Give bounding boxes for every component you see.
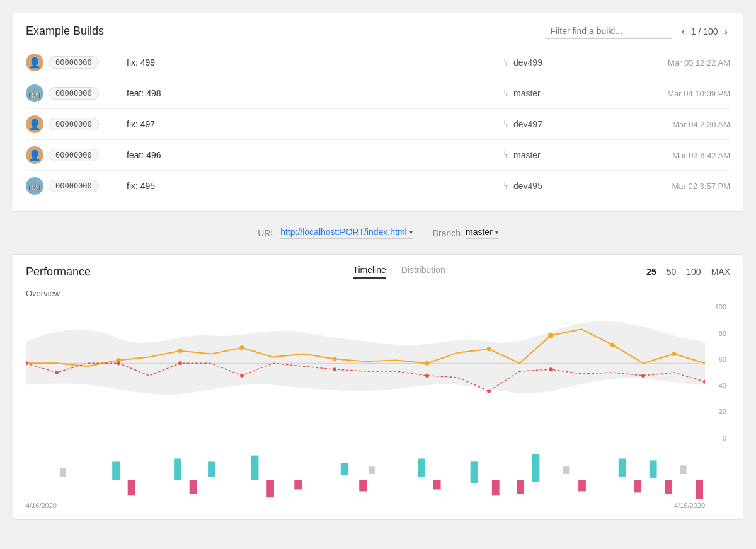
builds-filter-area: ‹ 1 / 100 › [546, 23, 730, 39]
pagination-label: 1 / 100 [691, 26, 718, 37]
branch-dropdown[interactable]: master ▾ [466, 227, 498, 239]
table-row[interactable]: 👤 00000000 fix: 497 ⑂ dev497 Mar 04 2:30… [26, 108, 730, 139]
build-branch-cell: ⑂ dev495 [503, 180, 617, 192]
branch-name: master [513, 88, 541, 98]
date-start: 4/16/2020 [26, 502, 57, 509]
branch-name: dev497 [513, 119, 542, 129]
build-branch-cell: ⑂ dev499 [503, 57, 617, 68]
bar-pink [294, 480, 302, 490]
build-branch-cell: ⑂ master [503, 88, 617, 99]
filter-input[interactable] [546, 23, 672, 39]
line-chart-svg-container [26, 303, 705, 444]
bar-cyan [112, 461, 120, 480]
build-branch-cell: ⑂ dev497 [503, 118, 617, 130]
avatar: 🤖 [26, 177, 43, 195]
builds-title: Example Builds [26, 25, 104, 38]
bar-gray [60, 468, 66, 477]
bar-pink [128, 480, 135, 496]
bar-cyan [341, 463, 348, 475]
bar-pink [266, 480, 274, 497]
url-dropdown-arrow: ▾ [410, 229, 413, 236]
performance-tabs: Timeline Distribution [152, 265, 646, 279]
bar-cyan [208, 461, 215, 477]
data-point [548, 333, 553, 338]
pagination-next-button[interactable]: › [722, 25, 730, 38]
table-row[interactable]: 🤖 00000000 feat: 498 ⑂ master Mar 04 10:… [26, 78, 730, 108]
build-message: fix: 499 [127, 57, 503, 67]
table-row[interactable]: 🤖 00000000 fix: 495 ⑂ dev495 Mar 02 3:57… [26, 170, 730, 201]
line-chart-container: 100 80 60 40 20 0 [26, 303, 730, 444]
data-point [672, 352, 677, 356]
bar-pink [433, 480, 441, 490]
build-message: feat: 498 [127, 88, 503, 98]
build-id-badge: 00000000 [49, 180, 99, 192]
table-row[interactable]: 👤 00000000 fix: 499 ⑂ dev499 Mar 05 12:2… [26, 47, 730, 78]
url-dropdown[interactable]: http://localhost:PORT/index.html ▾ [280, 227, 413, 239]
branch-dropdown-arrow: ▾ [495, 229, 498, 236]
tab-distribution[interactable]: Distribution [401, 265, 445, 279]
bar-cyan [251, 456, 259, 480]
performance-title: Performance [26, 265, 152, 279]
data-point [487, 389, 491, 393]
url-label: URL [258, 228, 275, 238]
url-value: http://localhost:PORT/index.html [280, 227, 407, 237]
builds-list: 👤 00000000 fix: 499 ⑂ dev499 Mar 05 12:2… [26, 47, 730, 201]
branch-label: Branch [433, 228, 461, 238]
config-bar: URL http://localhost:PORT/index.html ▾ B… [13, 222, 743, 244]
chart-section: Overview [26, 289, 730, 509]
y-label-100: 100 [715, 303, 726, 311]
count-buttons: 25 50 100 MAX [646, 267, 730, 277]
build-message: fix: 495 [127, 181, 503, 191]
bar-pink [190, 480, 197, 494]
branch-icon: ⑂ [503, 57, 510, 68]
bar-cyan [619, 459, 626, 477]
table-row[interactable]: 👤 00000000 feat: 496 ⑂ master Mar 03 6:4… [26, 139, 730, 170]
branch-config-item: Branch master ▾ [433, 227, 498, 239]
count-100-button[interactable]: 100 [686, 267, 701, 277]
tab-timeline[interactable]: Timeline [353, 265, 386, 279]
avatar: 🤖 [26, 84, 43, 102]
confidence-band [26, 321, 705, 395]
bar-pink [696, 480, 703, 499]
build-date: Mar 04 2:30 AM [617, 120, 730, 129]
build-id-badge: 00000000 [49, 149, 99, 161]
count-max-button[interactable]: MAX [711, 267, 730, 277]
avatar: 👤 [26, 146, 43, 164]
build-branch-cell: ⑂ master [503, 149, 617, 161]
build-id-cell: 🤖 00000000 [26, 177, 127, 195]
y-label-0: 0 [723, 434, 726, 442]
build-date: Mar 03 6:42 AM [617, 151, 730, 160]
bar-pink [578, 480, 586, 492]
bar-pink [634, 480, 641, 493]
build-id-badge: 00000000 [49, 56, 99, 69]
bar-cyan [174, 459, 181, 480]
data-point [240, 345, 244, 350]
build-date: Mar 05 12:22 AM [617, 58, 730, 67]
build-id-cell: 👤 00000000 [26, 146, 127, 164]
builds-header: Example Builds ‹ 1 / 100 › [26, 23, 730, 39]
date-end: 4/16/2020 [674, 502, 705, 509]
count-25-button[interactable]: 25 [646, 267, 656, 277]
pagination-prev-button[interactable]: ‹ [679, 25, 687, 38]
data-point [240, 374, 244, 378]
data-point [117, 361, 120, 365]
build-id-cell: 👤 00000000 [26, 115, 127, 133]
line-chart-svg [26, 303, 705, 442]
data-point [641, 374, 645, 378]
data-point [610, 342, 615, 347]
build-id-badge: 00000000 [49, 87, 99, 100]
bar-cyan [532, 454, 540, 482]
branch-name: dev495 [513, 181, 542, 191]
count-50-button[interactable]: 50 [667, 267, 677, 277]
data-point [178, 361, 182, 365]
bar-cyan [418, 459, 425, 477]
bar-gray [369, 466, 375, 474]
bar-pink [492, 480, 500, 496]
bar-gray [563, 466, 570, 474]
bar-pink [665, 480, 672, 494]
build-id-badge: 00000000 [49, 118, 99, 130]
build-date: Mar 02 3:57 PM [617, 182, 730, 191]
date-labels: 4/16/2020 4/16/2020 [26, 502, 705, 509]
avatar: 👤 [26, 115, 43, 133]
y-label-20: 20 [719, 408, 726, 415]
